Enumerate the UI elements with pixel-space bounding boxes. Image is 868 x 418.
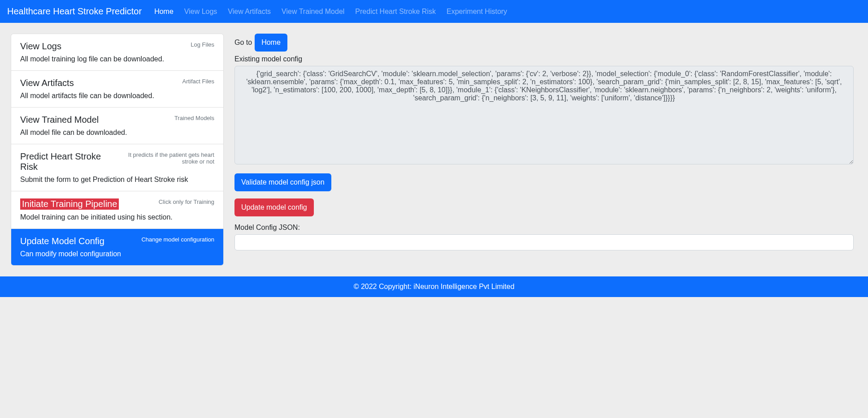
sidebar: View Logs Log Files All model training l… <box>11 34 224 266</box>
sidebar-item-small: Click only for Training <box>159 198 214 205</box>
footer-company-link[interactable]: iNeuron Intelligence Pvt Limited <box>413 283 514 290</box>
nav-experiment-history[interactable]: Experiment History <box>443 4 511 19</box>
update-config-button[interactable]: Update model config <box>234 198 314 216</box>
validate-config-button[interactable]: Validate model config json <box>234 173 331 191</box>
sidebar-item-small: Change model configuration <box>141 236 214 243</box>
sidebar-item-desc: Can modify model configuration <box>20 250 214 258</box>
model-config-json-label: Model Config JSON: <box>234 224 854 232</box>
nav-view-artifacts[interactable]: View Artifacts <box>224 4 274 19</box>
nav-view-trained-model[interactable]: View Trained Model <box>278 4 348 19</box>
navbar-brand[interactable]: Healthcare Heart Stroke Predictor <box>7 4 147 19</box>
sidebar-item-desc: All model training log file can be downl… <box>20 55 214 63</box>
sidebar-item-title: View Logs <box>20 41 61 52</box>
sidebar-item-desc: Submit the form to get Prediction of Hea… <box>20 176 214 184</box>
sidebar-item-small: Log Files <box>191 41 214 48</box>
sidebar-item-view-logs[interactable]: View Logs Log Files All model training l… <box>11 34 223 71</box>
sidebar-item-small: Artifact Files <box>182 78 214 85</box>
sidebar-item-desc: Model training can be initiated using hi… <box>20 213 214 221</box>
nav-predict-risk[interactable]: Predict Heart Stroke Risk <box>352 4 439 19</box>
nav-view-logs[interactable]: View Logs <box>181 4 221 19</box>
sidebar-item-initiate-training[interactable]: Initiate Training Pipeline Click only fo… <box>11 191 223 229</box>
sidebar-item-title: View Trained Model <box>20 115 99 125</box>
sidebar-item-desc: All model artifacts file can be download… <box>20 92 214 100</box>
sidebar-item-small: It predicts if the patient gets heart st… <box>116 151 214 165</box>
goto-home-button[interactable]: Home <box>255 34 287 52</box>
main-container: View Logs Log Files All model training l… <box>0 23 868 276</box>
sidebar-item-update-model-config[interactable]: Update Model Config Change model configu… <box>11 229 223 265</box>
sidebar-item-title: Update Model Config <box>20 236 104 246</box>
sidebar-item-predict-risk[interactable]: Predict Heart Stroke Risk It predicts if… <box>11 144 223 191</box>
main-panel: Go to Home Existing model config Validat… <box>234 34 857 258</box>
existing-config-label: Existing model config <box>234 55 854 63</box>
goto-label: Go to <box>234 39 252 47</box>
sidebar-item-desc: All model file can be downloaded. <box>20 129 214 137</box>
sidebar-item-view-artifacts[interactable]: View Artifacts Artifact Files All model … <box>11 71 223 108</box>
nav-home[interactable]: Home <box>151 4 177 19</box>
footer-copyright: © 2022 Copyright: <box>354 283 414 290</box>
sidebar-item-title: Initiate Training Pipeline <box>20 198 119 210</box>
sidebar-item-title: Predict Heart Stroke Risk <box>20 151 110 172</box>
sidebar-item-title: View Artifacts <box>20 78 74 88</box>
sidebar-item-small: Trained Models <box>174 115 214 121</box>
navbar: Healthcare Heart Stroke Predictor Home V… <box>0 0 868 23</box>
sidebar-item-view-trained-model[interactable]: View Trained Model Trained Models All mo… <box>11 108 223 144</box>
existing-config-textarea[interactable] <box>234 66 854 164</box>
model-config-json-input[interactable] <box>234 234 854 250</box>
footer: © 2022 Copyright: iNeuron Intelligence P… <box>0 276 868 297</box>
